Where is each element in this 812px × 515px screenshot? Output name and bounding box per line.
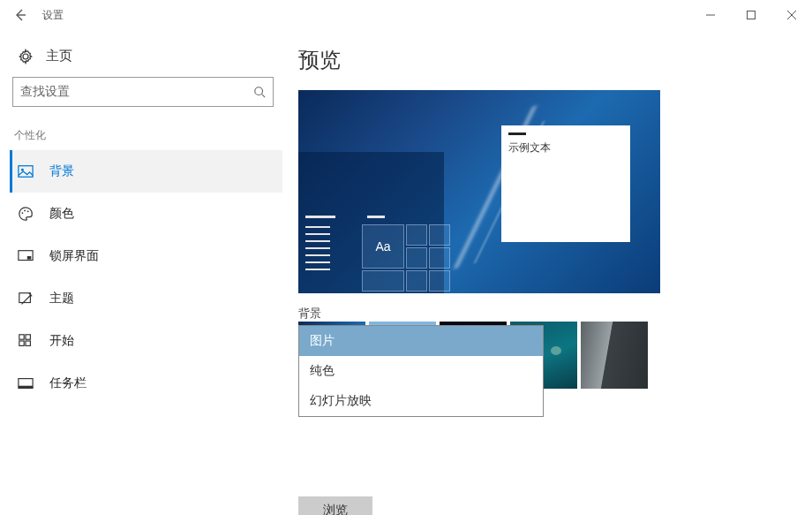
svg-rect-20 [19,386,33,389]
background-dropdown[interactable]: 图片 纯色 幻灯片放映 [298,325,544,417]
background-label: 背景 [298,306,812,322]
back-button[interactable] [7,2,34,28]
sidebar-item-lockscreen[interactable]: 锁屏界面 [12,235,282,277]
desktop-preview: Aa 示例文本 [298,90,660,293]
browse-button[interactable]: 浏览 [298,496,372,515]
svg-point-9 [22,212,24,214]
svg-point-5 [255,87,263,95]
sidebar-item-label: 背景 [49,163,74,179]
svg-rect-7 [19,166,33,178]
dropdown-option-picture[interactable]: 图片 [299,326,543,356]
sidebar-item-colors[interactable]: 颜色 [12,193,282,235]
svg-rect-15 [19,335,24,339]
dropdown-option-solid[interactable]: 纯色 [299,356,543,386]
dropdown-option-slideshow[interactable]: 幻灯片放映 [299,386,543,416]
picture-icon [18,163,34,179]
sidebar-item-label: 颜色 [49,206,74,222]
svg-point-8 [21,169,24,171]
window-title: 设置 [42,8,64,23]
titlebar: 设置 [0,0,812,30]
search-placeholder: 查找设置 [20,84,70,100]
preview-window: 示例文本 [501,125,630,242]
preview-start-panel: Aa [298,152,444,293]
sidebar-item-background[interactable]: 背景 [10,150,282,193]
preview-heading: 预览 [298,46,812,74]
palette-icon [18,206,34,222]
sidebar-item-label: 开始 [49,333,74,349]
sidebar-item-start[interactable]: 开始 [12,320,282,362]
svg-rect-16 [26,335,30,339]
theme-icon [18,291,34,307]
sample-text: 示例文本 [508,140,623,155]
svg-line-6 [262,95,266,98]
search-input[interactable]: 查找设置 [12,77,274,107]
sidebar-item-taskbar[interactable]: 任务栏 [12,362,282,405]
svg-rect-2 [748,11,756,19]
start-icon [18,333,34,349]
section-label: 个性化 [12,125,282,150]
svg-rect-13 [27,256,32,260]
home-label: 主页 [46,48,72,64]
minimize-button[interactable] [690,2,731,28]
taskbar-icon [18,375,34,391]
home-button[interactable]: 主页 [12,41,282,77]
svg-point-11 [27,210,29,212]
sidebar: 主页 查找设置 个性化 背景 颜色 锁屏界面 [0,30,282,515]
lockscreen-icon [18,248,34,264]
svg-rect-18 [26,341,30,345]
preview-tile-aa: Aa [362,224,404,269]
sidebar-item-label: 锁屏界面 [49,248,99,264]
gear-icon [18,49,34,64]
svg-rect-17 [19,341,24,345]
sidebar-item-label: 任务栏 [49,375,86,391]
svg-point-10 [24,210,26,212]
close-button[interactable] [771,2,812,28]
search-icon [253,86,266,98]
main-content: 预览 Aa 示例文本 背景 [282,30,812,515]
maximize-button[interactable] [731,2,771,28]
sidebar-item-label: 主题 [49,291,74,307]
sidebar-item-themes[interactable]: 主题 [12,277,282,320]
